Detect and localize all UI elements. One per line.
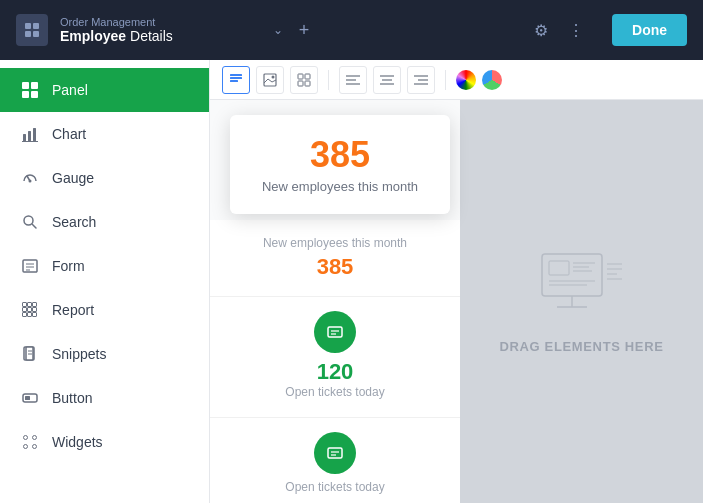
svg-rect-24 — [28, 308, 32, 312]
toolbar-align-center-btn[interactable] — [373, 66, 401, 94]
sidebar-item-report[interactable]: Report — [0, 288, 209, 332]
toolbar-align-right-btn[interactable] — [407, 66, 435, 94]
sidebar-label-chart: Chart — [52, 126, 86, 142]
widgets-icon — [20, 432, 40, 452]
sidebar-label-form: Form — [52, 258, 85, 274]
sidebar-item-chart[interactable]: Chart — [0, 112, 209, 156]
widget-row-tickets-1: 120 Open tickets today — [210, 297, 460, 418]
drag-illustration — [537, 249, 627, 323]
widget-row-employees: New employees this month 385 — [210, 220, 460, 297]
svg-rect-60 — [328, 327, 342, 337]
sidebar-label-panel: Panel — [52, 82, 88, 98]
svg-rect-4 — [22, 82, 29, 89]
sidebar-item-widgets[interactable]: Widgets — [0, 420, 209, 464]
chart-icon — [20, 124, 40, 144]
sidebar-item-form[interactable]: Form — [0, 244, 209, 288]
widget-tickets-label-1: Open tickets today — [224, 385, 446, 399]
svg-rect-10 — [33, 128, 36, 141]
toolbar-text-btn[interactable] — [222, 66, 250, 94]
svg-point-36 — [33, 436, 37, 440]
svg-rect-22 — [33, 303, 37, 307]
sidebar-item-button[interactable]: Button — [0, 376, 209, 420]
sidebar-item-search[interactable]: Search — [0, 200, 209, 244]
svg-rect-63 — [328, 448, 342, 458]
svg-rect-49 — [298, 81, 303, 86]
panel-icon — [20, 80, 40, 100]
svg-line-15 — [33, 225, 37, 229]
svg-line-45 — [272, 80, 276, 82]
sidebar-label-snippets: Snippets — [52, 346, 106, 362]
svg-point-38 — [33, 445, 37, 449]
svg-rect-26 — [23, 313, 27, 317]
sidebar-item-gauge[interactable]: Gauge — [0, 156, 209, 200]
app-icon — [16, 14, 48, 46]
svg-rect-21 — [28, 303, 32, 307]
svg-rect-7 — [31, 91, 38, 98]
ticket-circle-icon-1 — [314, 311, 356, 353]
drag-zone: DRAG ELEMENTS HERE — [460, 100, 703, 503]
svg-rect-40 — [230, 77, 242, 79]
widget-row-tickets-2: Open tickets today 120 — [210, 418, 460, 503]
canvas-toolbar — [210, 60, 703, 100]
svg-line-43 — [264, 79, 268, 83]
header-subtitle: Order Management — [60, 16, 261, 28]
widget-tickets-label-2: Open tickets today — [224, 480, 446, 494]
gauge-icon — [20, 168, 40, 188]
drag-zone-label: DRAG ELEMENTS HERE — [499, 339, 663, 354]
header-main-title: Employee Details — [60, 28, 261, 44]
form-icon — [20, 256, 40, 276]
svg-point-46 — [272, 75, 275, 78]
sidebar-label-widgets: Widgets — [52, 434, 103, 450]
svg-point-13 — [29, 180, 32, 183]
svg-line-44 — [268, 79, 272, 82]
header-title-group: Order Management Employee Details — [60, 16, 261, 44]
sidebar-item-panel[interactable]: Panel — [0, 68, 209, 112]
svg-rect-69 — [549, 261, 569, 275]
popup-number: 385 — [250, 135, 430, 175]
done-button[interactable]: Done — [612, 14, 687, 46]
chevron-down-icon[interactable]: ⌄ — [273, 23, 283, 37]
color-picker-icon[interactable] — [456, 70, 476, 90]
sidebar-label-search: Search — [52, 214, 96, 230]
svg-rect-8 — [23, 134, 26, 141]
widget-tickets-number-2: 120 — [224, 498, 446, 503]
widget-row-employees-value: 385 — [226, 254, 444, 280]
svg-rect-27 — [28, 313, 32, 317]
sidebar-item-snippets[interactable]: Snippets — [0, 332, 209, 376]
svg-rect-39 — [230, 74, 242, 76]
ticket-circle-icon-2 — [314, 432, 356, 474]
svg-rect-34 — [25, 396, 30, 400]
svg-rect-23 — [23, 308, 27, 312]
title-regular: Details — [126, 28, 173, 44]
search-icon — [20, 212, 40, 232]
main-layout: Panel Chart Gauge — [0, 60, 703, 503]
svg-rect-50 — [305, 81, 310, 86]
svg-rect-5 — [31, 82, 38, 89]
toolbar-divider-1 — [328, 70, 329, 90]
header: Order Management Employee Details ⌄ + ⚙ … — [0, 0, 703, 60]
svg-rect-3 — [33, 31, 39, 37]
svg-point-35 — [24, 436, 28, 440]
svg-rect-1 — [33, 23, 39, 29]
snippets-icon — [20, 344, 40, 364]
sidebar: Panel Chart Gauge — [0, 60, 210, 503]
theme-picker-icon[interactable] — [482, 70, 502, 90]
svg-rect-9 — [28, 131, 31, 141]
svg-rect-47 — [298, 74, 303, 79]
sidebar-label-gauge: Gauge — [52, 170, 94, 186]
svg-rect-25 — [33, 308, 37, 312]
settings-icon[interactable]: ⚙ — [534, 21, 548, 40]
svg-rect-20 — [23, 303, 27, 307]
more-options-icon[interactable]: ⋮ — [568, 21, 584, 40]
toolbar-grid-btn[interactable] — [290, 66, 318, 94]
report-icon — [20, 300, 40, 320]
svg-rect-2 — [25, 31, 31, 37]
widget-row-employees-label: New employees this month — [226, 236, 444, 250]
toolbar-align-left-btn[interactable] — [339, 66, 367, 94]
canvas-area: 385 New employees this month New employe… — [210, 60, 703, 503]
toolbar-image-btn[interactable] — [256, 66, 284, 94]
widget-tickets-number-1: 120 — [224, 359, 446, 385]
sidebar-label-button: Button — [52, 390, 92, 406]
toolbar-divider-2 — [445, 70, 446, 90]
add-tab-icon[interactable]: + — [299, 20, 310, 41]
